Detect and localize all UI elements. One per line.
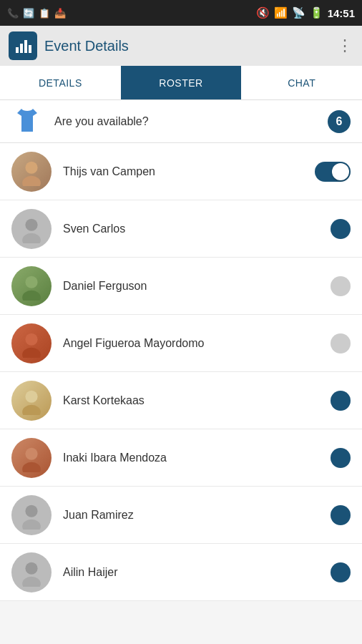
- mute-icon: 🔇: [256, 6, 270, 19]
- player-row: Inaki Ibara Mendoza: [0, 429, 362, 487]
- svg-rect-2: [24, 40, 27, 53]
- app-header: Event Details ⋮: [0, 26, 362, 66]
- status-bar: 📞 🔄 📋 📥 🔇 📶 📡 🔋 14:51: [0, 0, 362, 26]
- player-row: Thijs van Campen: [0, 143, 362, 200]
- placeholder-avatar: [17, 215, 46, 243]
- player-photo: [17, 272, 46, 301]
- svg-point-14: [25, 447, 37, 459]
- avatar: [11, 381, 52, 421]
- status-icons-left: 📞 🔄 📋 📥: [7, 8, 66, 19]
- svg-rect-0: [16, 47, 19, 53]
- player-row: Angel Figueroa Mayordomo: [0, 315, 362, 372]
- avatar: [11, 495, 52, 535]
- svg-point-12: [25, 390, 37, 402]
- tab-roster[interactable]: ROSTER: [121, 66, 242, 99]
- svg-point-5: [22, 175, 41, 185]
- player-row: Ailin Haijer: [0, 544, 362, 601]
- svg-rect-3: [29, 45, 31, 53]
- availability-row: Are you available? 6: [0, 100, 362, 143]
- app-logo: [9, 31, 37, 60]
- avatar: [11, 552, 52, 592]
- svg-point-13: [22, 404, 41, 414]
- svg-rect-1: [20, 44, 23, 53]
- availability-text: Are you available?: [54, 115, 328, 128]
- avatar: [11, 209, 52, 249]
- avatar: [11, 323, 52, 364]
- wifi-icon: 📶: [274, 6, 288, 19]
- availability-dot[interactable]: [331, 562, 351, 582]
- download-icon: 📥: [54, 8, 66, 19]
- availability-dot[interactable]: [331, 505, 351, 525]
- avatar: [11, 266, 52, 306]
- player-photo: [17, 444, 46, 472]
- available-count-badge: 6: [328, 110, 351, 133]
- avatar: [11, 152, 52, 192]
- player-row: Juan Ramirez: [0, 487, 362, 544]
- availability-dot[interactable]: [331, 276, 351, 296]
- player-photo: [17, 329, 46, 358]
- phone-icon: 📞: [7, 8, 19, 19]
- tabs-container: DETAILS ROSTER CHAT: [0, 66, 362, 100]
- player-row: Daniel Ferguson: [0, 258, 362, 315]
- player-name: Daniel Ferguson: [63, 280, 331, 293]
- svg-point-17: [22, 519, 41, 529]
- player-row: Sven Carlos: [0, 200, 362, 258]
- battery-icon: 🔋: [310, 6, 323, 19]
- svg-point-11: [22, 347, 41, 357]
- time-display: 14:51: [328, 7, 355, 19]
- svg-point-15: [22, 462, 41, 472]
- tab-chat[interactable]: CHAT: [241, 66, 362, 99]
- svg-point-19: [22, 576, 41, 586]
- placeholder-avatar: [17, 558, 46, 587]
- signal-icon: 📡: [292, 6, 305, 19]
- availability-toggle[interactable]: [315, 162, 351, 182]
- svg-point-6: [25, 218, 37, 230]
- header-left: Event Details: [9, 31, 129, 60]
- svg-point-9: [22, 290, 41, 300]
- player-name: Ailin Haijer: [63, 566, 331, 579]
- availability-dot[interactable]: [331, 333, 351, 353]
- player-name: Thijs van Campen: [63, 165, 315, 178]
- chart-icon: [14, 37, 31, 54]
- header-menu-button[interactable]: ⋮: [337, 36, 353, 55]
- player-photo: [17, 386, 46, 415]
- status-icons-right: 🔇 📶 📡 🔋 14:51: [256, 6, 355, 19]
- app-title: Event Details: [44, 38, 129, 54]
- svg-point-10: [25, 333, 37, 345]
- placeholder-avatar: [17, 501, 46, 530]
- clipboard-icon: 📋: [39, 8, 50, 19]
- availability-dot[interactable]: [331, 448, 351, 468]
- svg-point-18: [25, 562, 37, 574]
- player-name: Sven Carlos: [63, 223, 331, 235]
- player-list: Thijs van Campen Sven Carlos Daniel Ferg…: [0, 143, 362, 601]
- shirt-icon: [11, 104, 43, 139]
- svg-point-8: [25, 275, 37, 288]
- svg-point-4: [25, 161, 37, 173]
- availability-dot[interactable]: [331, 391, 351, 411]
- svg-point-16: [25, 504, 37, 517]
- refresh-icon: 🔄: [23, 8, 34, 19]
- player-name: Angel Figueroa Mayordomo: [63, 337, 331, 350]
- player-name: Karst Kortekaas: [63, 394, 331, 407]
- avatar: [11, 438, 52, 478]
- player-name: Inaki Ibara Mendoza: [63, 452, 331, 464]
- player-row: Karst Kortekaas: [0, 372, 362, 429]
- availability-dot[interactable]: [331, 219, 351, 239]
- tab-details[interactable]: DETAILS: [0, 66, 121, 99]
- player-name: Juan Ramirez: [63, 509, 331, 522]
- player-photo: [17, 157, 46, 186]
- svg-point-7: [22, 233, 41, 243]
